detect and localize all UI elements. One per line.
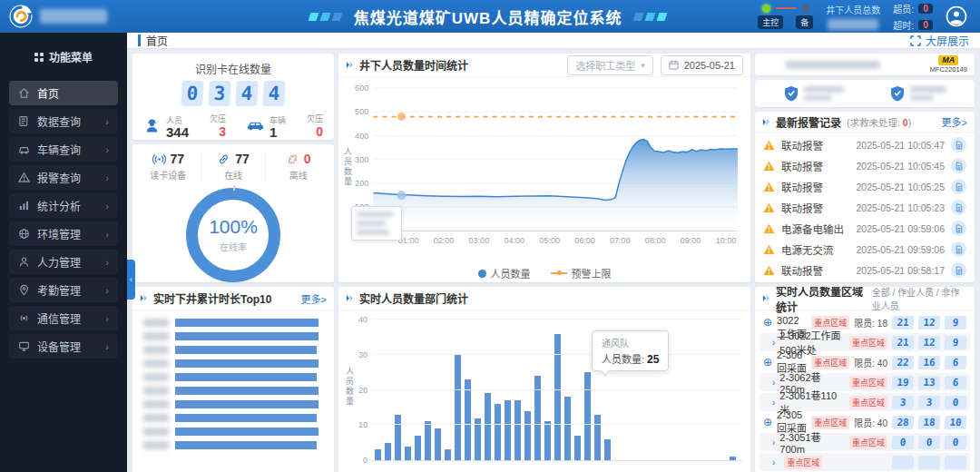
alarm-list: 联动报警2025-05-21 10:05:47联动报警2025-05-21 10… (755, 133, 975, 282)
top10-label-blurred (143, 332, 169, 340)
region-count: 16 (917, 356, 940, 369)
dept-bar[interactable] (574, 436, 581, 460)
region-count: 10 (944, 416, 966, 429)
card-count-digit: 3 (208, 81, 230, 106)
svg-text:300: 300 (355, 155, 368, 164)
sidebar-item-data-query[interactable]: 数据查询› (9, 109, 118, 133)
region-count: 19 (891, 376, 914, 389)
title-decoration-left (309, 13, 341, 21)
tab-home[interactable]: 首页 (138, 33, 168, 48)
dept-bar[interactable] (544, 421, 551, 460)
svg-text:09:00: 09:00 (681, 236, 701, 245)
region-group-row[interactable]: ⊕2-306回采面重点区域限员: 4022166 (760, 353, 970, 371)
dept-bar[interactable] (584, 372, 591, 460)
person-icon (18, 256, 30, 268)
date-picker[interactable]: 2025-05-21 (661, 55, 743, 75)
alarm-row: 联动报警2025-05-21 10:05:25 (755, 176, 975, 197)
vehicle-lowvolt: 欠压0 (307, 113, 323, 139)
region-count: 6 (944, 356, 966, 369)
worker-type-select[interactable]: 选择职工类型▾ (567, 55, 653, 75)
dept-bar[interactable] (395, 415, 401, 460)
dept-bar[interactable] (505, 400, 511, 460)
dept-bar[interactable] (604, 439, 611, 460)
top10-panel: 实时下井累计时长Top10 更多> (132, 287, 334, 472)
dept-bar[interactable] (425, 421, 431, 460)
time-chart-plot[interactable]: 人员数量 010020030040050060001:0002:0003:000… (338, 77, 750, 264)
dept-bar[interactable] (495, 404, 501, 460)
dept-bar[interactable] (524, 411, 531, 460)
region-sub-row[interactable]: ›2-3051巷700m重点区域000 (760, 433, 970, 451)
svg-text:06:00: 06:00 (574, 236, 595, 245)
region-count (891, 456, 914, 469)
warning-legend-icon (551, 272, 567, 274)
dept-bar[interactable] (514, 400, 521, 460)
alarm-detail-button[interactable] (951, 241, 966, 257)
sidebar-item-vehicle-query[interactable]: 车辆查询› (9, 137, 118, 162)
top-header: 焦煤光道煤矿UWB人员精确定位系统 主控备 井下人员总数 超员:0 超时:0 (0, 0, 980, 33)
device-icon (18, 340, 30, 352)
dept-bar[interactable] (455, 355, 461, 460)
alarm-row: 电源无交流2025-05-21 09:59:06 (755, 239, 975, 260)
top10-more-link[interactable]: 更多> (301, 291, 327, 306)
sidebar-item-attendance[interactable]: 考勤管理› (9, 278, 118, 302)
sidebar-item-hr[interactable]: 人力管理› (9, 250, 118, 274)
dept-bar[interactable] (405, 447, 411, 461)
user-avatar[interactable] (946, 5, 967, 27)
time-chart-legend[interactable]: 人员数量 预警上限 (338, 264, 750, 282)
region-sub-row[interactable]: ›2-3022工作面500米处重点区域21129 (760, 333, 970, 351)
region-count: 12 (917, 336, 940, 349)
alarm-panel: 最新报警记录 (求救未处理: 0) 更多> 联动报警2025-05-21 10:… (755, 112, 975, 282)
alarm-detail-button[interactable] (951, 221, 966, 236)
panel-arrow-icon (346, 294, 354, 302)
dept-bar[interactable] (375, 449, 381, 460)
shield-icon (784, 85, 799, 102)
top10-row (134, 398, 332, 411)
sidebar-item-communication[interactable]: 通信管理› (9, 306, 118, 330)
dept-bar[interactable] (564, 397, 571, 460)
top10-row (134, 384, 332, 398)
alarm-row: 联动报警2025-05-21 10:05:45 (755, 155, 975, 176)
svg-text:08:00: 08:00 (645, 236, 666, 245)
vehicle-count: 车辆1 (247, 114, 286, 138)
sidebar-item-alarm-query[interactable]: 报警查询› (9, 165, 118, 190)
document-icon (956, 224, 963, 233)
dept-bar[interactable] (415, 436, 421, 460)
top10-bar (175, 373, 317, 381)
alarm-detail-button[interactable] (951, 179, 966, 194)
dept-bar[interactable] (445, 449, 451, 460)
top10-row (134, 316, 332, 329)
dept-bar[interactable] (435, 428, 441, 460)
dept-bar[interactable] (465, 379, 471, 460)
region-sub-row[interactable]: ›重点区域 (760, 453, 970, 471)
alarm-more-link[interactable]: 更多> (942, 114, 967, 129)
dept-bar[interactable] (385, 443, 391, 460)
region-count: 9 (944, 316, 966, 329)
region-group-row[interactable]: ⊕2-305回采面重点区域限员: 40281810 (760, 413, 970, 431)
alarm-detail-button[interactable] (951, 158, 966, 173)
alarm-detail-button[interactable] (951, 137, 966, 152)
sidebar-item-device[interactable]: 设备管理› (9, 334, 118, 359)
dept-bar-trailing[interactable] (730, 457, 736, 460)
warning-triangle-icon (763, 202, 775, 213)
region-filter-links[interactable]: 全部 / 作业人员 / 非作业人员 (872, 287, 967, 312)
sidebar-item-stats-analysis[interactable]: 统计分析› (9, 193, 118, 218)
dept-bar[interactable] (594, 415, 601, 460)
region-count: 21 (891, 316, 914, 329)
alarm-detail-button[interactable] (951, 262, 966, 278)
region-sub-row[interactable]: ›2-3061巷110米重点区域330 (760, 393, 970, 411)
alarm-unhandled: (求救未处理: 0) (847, 115, 911, 129)
svg-text:10:00: 10:00 (716, 236, 737, 245)
dept-bar[interactable] (485, 393, 491, 460)
fullscreen-button[interactable]: 大屏展示 (910, 33, 969, 48)
alarm-detail-button[interactable] (951, 200, 966, 215)
svg-text:04:00: 04:00 (504, 236, 524, 245)
sidebar-collapse-handle[interactable]: ‹ (127, 260, 135, 300)
dept-chart-plot[interactable]: 人员数量 通风队 人员数量:25 010203040 (371, 320, 741, 461)
chevron-right-icon: › (772, 457, 775, 467)
warning-triangle-icon (763, 223, 775, 234)
sidebar-item-home[interactable]: 首页 (9, 81, 118, 105)
card-count-digit: 4 (262, 81, 285, 106)
sidebar-item-environment[interactable]: 环境管理› (9, 221, 118, 246)
chevron-right-icon: › (105, 285, 109, 296)
dept-bar[interactable] (554, 334, 561, 461)
